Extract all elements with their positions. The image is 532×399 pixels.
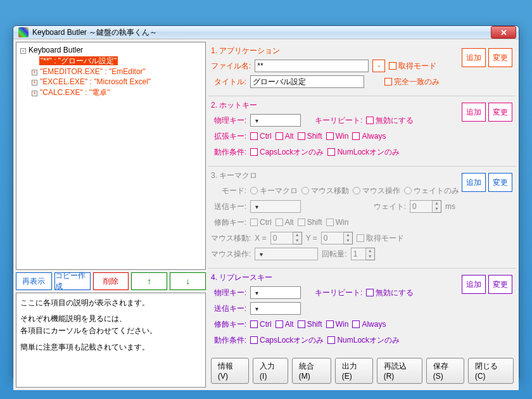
wait-label: ウェイト: <box>374 201 406 212</box>
ctrl-checkbox[interactable]: Ctrl <box>250 320 272 329</box>
right-column: 1. アプリケーション ファイル名: - 取得モード タイトル: 完全一致のみ <box>208 42 516 388</box>
titlebar[interactable]: Keyboard Butler ～鍵盤の執事くん～ ✕ <box>13 26 519 39</box>
redisplay-button[interactable]: 再表示 <box>16 272 52 290</box>
tree-item[interactable]: +"EMEDITOR.EXE" : "EmEditor" <box>32 66 201 77</box>
app-window: Keyboard Butler ～鍵盤の執事くん～ ✕ -Keyboard Bu… <box>13 25 519 380</box>
mouseop-combo[interactable] <box>255 248 318 260</box>
disable-checkbox[interactable]: 無効にする <box>366 288 414 298</box>
keyrepeat-label: キーリピート: <box>315 115 362 126</box>
expand-icon[interactable]: + <box>32 80 37 86</box>
change-button[interactable]: 変更 <box>488 48 512 67</box>
move-down-button[interactable]: ↓ <box>170 272 206 290</box>
move-up-button[interactable]: ↑ <box>131 272 167 290</box>
info-button[interactable]: 情報(V) <box>211 358 249 384</box>
acquire-mode-checkbox[interactable]: 取得モード <box>389 61 436 72</box>
ctrl-checkbox[interactable]: Ctrl <box>250 132 272 141</box>
always-checkbox[interactable]: Always <box>352 320 386 329</box>
help-line: 簡単に注意事項も記載されています。 <box>20 341 201 353</box>
sendkey-label: 送信キー: <box>211 201 246 212</box>
add-button[interactable]: 追加 <box>462 48 486 67</box>
change-button[interactable]: 変更 <box>488 275 512 294</box>
mode-waitonly-radio[interactable]: ウェイトのみ <box>404 186 459 196</box>
x-spinner[interactable]: ▲▼ <box>270 232 302 244</box>
rotation-spinner[interactable]: ▲▼ <box>351 248 375 260</box>
change-button[interactable]: 変更 <box>488 173 512 192</box>
minus-button[interactable]: - <box>372 60 385 72</box>
help-line: 各項目にカーソルを合わせてください。 <box>20 325 201 337</box>
modkey-label: 修飾キー: <box>211 319 246 330</box>
output-button[interactable]: 出力(E) <box>335 358 373 384</box>
add-button[interactable]: 追加 <box>462 103 486 122</box>
modkey-label: 修飾キー: <box>211 217 246 228</box>
mode-label: モード: <box>211 186 246 196</box>
mode-mouseop-radio[interactable]: マウス操作 <box>353 186 400 196</box>
shift-checkbox[interactable]: Shift <box>298 132 322 141</box>
tree-buttons: 再表示 コピー作成 削除 ↑ ↓ <box>16 272 206 290</box>
help-line: ここに各項目の説明が表示されます。 <box>20 297 201 309</box>
shift-checkbox[interactable]: Shift <box>298 320 322 329</box>
mousemove-label: マウス移動: <box>211 233 251 244</box>
alt-checkbox[interactable]: Alt <box>276 132 294 141</box>
numlock-checkbox[interactable]: NumLockオンのみ <box>327 147 400 158</box>
tree-item[interactable]: +"EXCEL.EXE" : "Microsoft Excel" <box>32 77 201 87</box>
tree-item[interactable]: +"CALC.EXE" : "電卓" <box>32 87 201 98</box>
rotation-label: 回転量: <box>322 249 346 260</box>
physkey-combo[interactable] <box>250 286 301 299</box>
capslock-checkbox[interactable]: CapsLockオンのみ <box>250 147 324 158</box>
filename-input[interactable] <box>255 60 369 72</box>
sendkey-combo[interactable] <box>250 200 301 213</box>
close-icon[interactable]: ✕ <box>491 26 516 39</box>
add-button[interactable]: 追加 <box>462 173 486 192</box>
ctrl-checkbox[interactable]: Ctrl <box>250 218 272 227</box>
win-checkbox[interactable]: Win <box>326 320 349 329</box>
shift-checkbox[interactable]: Shift <box>298 218 322 227</box>
physkey-combo[interactable] <box>250 114 301 127</box>
input-button[interactable]: 入力(I) <box>253 358 288 384</box>
wait-spinner[interactable]: ▲▼ <box>410 200 441 213</box>
window-title: Keyboard Butler ～鍵盤の執事くん～ <box>32 27 491 38</box>
extkey-label: 拡張キー: <box>211 131 246 142</box>
sendkey-combo[interactable] <box>250 302 301 315</box>
collapse-icon[interactable]: - <box>20 48 26 54</box>
exact-match-checkbox[interactable]: 完全一致のみ <box>384 77 440 87</box>
mode-keymacro-radio[interactable]: キーマクロ <box>250 186 298 196</box>
disable-checkbox[interactable]: 無効にする <box>366 115 414 126</box>
cond-label: 動作条件: <box>211 335 246 346</box>
physkey-label: 物理キー: <box>211 115 246 126</box>
always-checkbox[interactable]: Always <box>352 132 386 141</box>
save-button[interactable]: 保存(S) <box>426 358 464 384</box>
change-button[interactable]: 変更 <box>488 103 512 122</box>
sendkey-label: 送信キー: <box>211 303 246 314</box>
tree-view[interactable]: -Keyboard Butler "**" : "グローバル設定" +"EMED… <box>16 42 206 270</box>
expand-icon[interactable]: + <box>32 70 37 75</box>
section-hotkey: 2. ホットキー 物理キー: キーリピート: 無効にする 拡張キー: Ctrl … <box>208 96 516 167</box>
copy-button[interactable]: コピー作成 <box>54 272 91 290</box>
tree-root[interactable]: -Keyboard Butler <box>20 45 201 56</box>
add-button[interactable]: 追加 <box>462 275 486 294</box>
client-area: -Keyboard Butler "**" : "グローバル設定" +"EMED… <box>13 39 519 390</box>
section-replacekey: 4. リプレースキー 物理キー: キーリピート: 無効にする 送信キー: 修飾キ… <box>208 269 516 354</box>
win-checkbox[interactable]: Win <box>326 132 349 141</box>
capslock-checkbox[interactable]: CapsLockオンのみ <box>250 335 324 346</box>
mouseop-label: マウス操作: <box>211 249 251 260</box>
acquire-mode-checkbox[interactable]: 取得モード <box>357 233 404 244</box>
alt-checkbox[interactable]: Alt <box>276 218 294 227</box>
delete-button[interactable]: 削除 <box>93 272 129 290</box>
section-keymacro: 3. キーマクロ モード: キーマクロ マウス移動 マウス操作 ウェイトのみ 送… <box>208 167 516 269</box>
win-checkbox[interactable]: Win <box>326 218 349 227</box>
filename-label: ファイル名: <box>211 61 251 72</box>
reload-button[interactable]: 再読込(R) <box>377 358 422 384</box>
alt-checkbox[interactable]: Alt <box>276 320 294 329</box>
tree-item[interactable]: "**" : "グローバル設定" <box>32 56 201 66</box>
cond-label: 動作条件: <box>211 147 246 158</box>
y-spinner[interactable]: ▲▼ <box>321 232 353 244</box>
numlock-checkbox[interactable]: NumLockオンのみ <box>327 335 400 346</box>
expand-icon[interactable]: + <box>32 91 37 96</box>
mode-mousemove-radio[interactable]: マウス移動 <box>301 186 349 196</box>
help-panel: ここに各項目の説明が表示されます。 それぞれ機能説明を見るには、 各項目にカーソ… <box>16 293 206 388</box>
sections: 1. アプリケーション ファイル名: - 取得モード タイトル: 完全一致のみ <box>208 42 516 354</box>
help-line: それぞれ機能説明を見るには、 <box>20 313 201 325</box>
close-button[interactable]: 閉じる(C) <box>468 358 514 384</box>
title-input[interactable] <box>250 75 364 88</box>
merge-button[interactable]: 統合(M) <box>292 358 331 384</box>
